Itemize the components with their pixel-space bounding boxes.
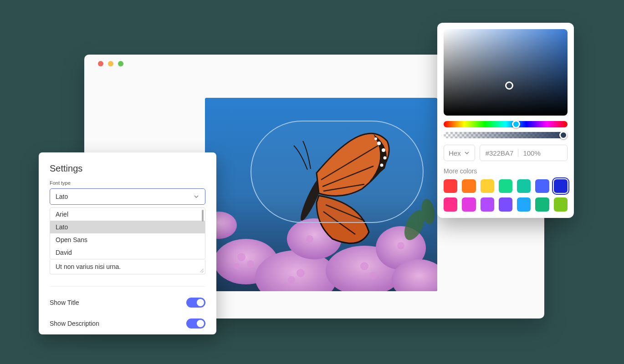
- show-description-label: Show Description: [50, 320, 99, 327]
- svg-point-13: [306, 235, 313, 243]
- font-select-value: Lato: [56, 193, 68, 200]
- svg-point-11: [297, 269, 305, 277]
- font-option-lato[interactable]: Lato: [50, 221, 205, 233]
- svg-point-15: [370, 272, 377, 279]
- resize-handle-icon[interactable]: [199, 268, 204, 273]
- show-description-toggle[interactable]: [186, 318, 205, 329]
- swatch-4[interactable]: [517, 179, 531, 193]
- swatch-grid: [444, 179, 568, 212]
- svg-point-14: [360, 262, 368, 270]
- scrollbar-thumb[interactable]: [202, 210, 204, 222]
- hex-value: #322BA7: [486, 149, 514, 157]
- sample-text-input[interactable]: Ut non varius nisi urna.: [50, 259, 205, 274]
- settings-panel: Settings Font type Lato Ariel Lato Open …: [39, 152, 216, 334]
- svg-point-9: [247, 260, 254, 268]
- divider: [50, 286, 205, 287]
- font-select[interactable]: Lato: [50, 188, 205, 205]
- swatch-5[interactable]: [535, 179, 549, 193]
- font-option-david[interactable]: David: [50, 246, 205, 259]
- opacity-value: 100%: [523, 149, 540, 157]
- minimize-window-button[interactable]: [108, 61, 113, 66]
- font-option-opensans[interactable]: Open Sans: [50, 233, 205, 246]
- svg-point-16: [397, 242, 404, 249]
- swatch-12[interactable]: [535, 197, 549, 211]
- swatch-1[interactable]: [462, 179, 476, 193]
- swatch-3[interactable]: [499, 179, 512, 193]
- maximize-window-button[interactable]: [118, 61, 123, 66]
- show-title-label: Show Title: [50, 299, 79, 306]
- font-option-ariel[interactable]: Ariel: [50, 208, 205, 221]
- swatch-6[interactable]: [554, 179, 568, 193]
- hue-slider[interactable]: [444, 121, 568, 127]
- swatch-9[interactable]: [481, 197, 494, 211]
- svg-point-8: [237, 253, 246, 261]
- color-cursor[interactable]: [505, 81, 513, 90]
- color-mode-select[interactable]: Hex: [444, 145, 475, 161]
- chevron-down-icon: [464, 150, 470, 156]
- settings-title: Settings: [50, 163, 205, 174]
- swatch-2[interactable]: [481, 179, 494, 193]
- swatch-10[interactable]: [499, 197, 512, 211]
- font-dropdown: Ariel Lato Open Sans David: [50, 207, 205, 259]
- svg-point-12: [288, 276, 295, 283]
- hue-thumb[interactable]: [512, 120, 520, 128]
- color-picker-panel: Hex #322BA7 100% More colors: [437, 23, 574, 218]
- swatch-8[interactable]: [462, 197, 476, 211]
- show-title-toggle[interactable]: [186, 298, 205, 308]
- font-type-label: Font type: [50, 180, 205, 186]
- chevron-down-icon: [193, 193, 199, 200]
- swatch-11[interactable]: [517, 197, 531, 211]
- swatch-7[interactable]: [444, 197, 457, 211]
- alpha-slider[interactable]: [444, 132, 568, 138]
- swatch-0[interactable]: [444, 179, 457, 193]
- hex-input[interactable]: #322BA7 100%: [480, 145, 568, 161]
- saturation-lightness-field[interactable]: [444, 29, 568, 116]
- close-window-button[interactable]: [98, 61, 103, 66]
- canvas-image[interactable]: [205, 98, 437, 291]
- alpha-thumb[interactable]: [559, 131, 568, 139]
- svg-point-10: [234, 263, 240, 269]
- more-colors-label: More colors: [444, 167, 568, 175]
- swatch-13[interactable]: [554, 197, 568, 211]
- hotspot-overlay[interactable]: [251, 121, 424, 223]
